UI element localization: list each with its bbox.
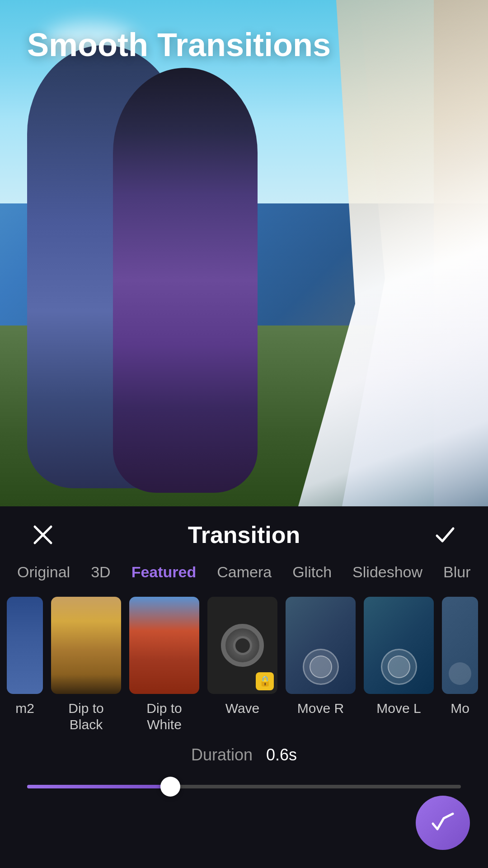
transition-item-wave[interactable]: 🔒 Wave <box>205 597 280 717</box>
transition-label-move-r: Move R <box>297 700 344 717</box>
confirm-button[interactable] <box>429 519 461 551</box>
transition-thumb-move-l <box>364 597 434 694</box>
transition-label-dip-to-black: Dip toBlack <box>68 700 103 733</box>
category-tab-3d[interactable]: 3D <box>83 560 118 585</box>
lock-badge-wave: 🔒 <box>256 672 274 690</box>
transition-label-m2: m2 <box>15 700 34 717</box>
panel-header: Transition <box>0 506 488 556</box>
duration-label: Duration <box>191 745 253 764</box>
person-female <box>113 68 258 493</box>
slider-thumb[interactable] <box>160 777 180 797</box>
transition-item-dip-to-white[interactable]: Dip toWhite <box>127 597 202 733</box>
category-tab-original[interactable]: Original <box>9 560 78 585</box>
transition-label-move-l: Move L <box>376 700 421 717</box>
transition-item-move-r[interactable]: Move R <box>283 597 358 717</box>
category-tab-blur[interactable]: Blur <box>435 560 479 585</box>
transition-thumb-move-r <box>286 597 356 694</box>
transition-item-m2[interactable]: m2 <box>5 597 45 717</box>
panel-title: Transition <box>188 521 300 548</box>
transition-thumb-dip-to-black <box>51 597 121 694</box>
transition-label-dip-to-white: Dip toWhite <box>146 700 182 733</box>
category-tab-shape[interactable]: Sha <box>483 560 488 585</box>
transition-thumb-wave: 🔒 <box>207 597 277 694</box>
preview-area: Smooth Transitions <box>0 0 488 506</box>
slider-fill <box>27 785 170 788</box>
duration-slider-track[interactable] <box>27 785 461 788</box>
duration-value: 0.6s <box>266 745 297 764</box>
done-button[interactable] <box>416 796 470 850</box>
close-icon <box>31 523 55 547</box>
transition-item-move-l[interactable]: Move L <box>361 597 436 717</box>
category-tab-slideshow[interactable]: Slideshow <box>344 560 431 585</box>
checkmark-icon <box>433 523 457 547</box>
transition-label-wave: Wave <box>225 700 260 717</box>
bottom-panel: Transition Original3DFeaturedCameraGlitc… <box>0 506 488 868</box>
category-tab-glitch[interactable]: Glitch <box>284 560 340 585</box>
transition-thumb-dip-to-white <box>129 597 199 694</box>
transition-label-mo: Mo <box>450 700 469 717</box>
duration-row: Duration 0.6s <box>0 737 488 773</box>
transition-item-mo[interactable]: Mo <box>440 597 480 717</box>
done-icon <box>429 809 456 836</box>
transition-item-dip-to-black[interactable]: Dip toBlack <box>49 597 123 733</box>
close-button[interactable] <box>27 519 59 551</box>
category-tab-camera[interactable]: Camera <box>209 560 280 585</box>
preview-title: Smooth Transitions <box>27 27 461 63</box>
category-tabs: Original3DFeaturedCameraGlitchSlideshowB… <box>0 556 488 588</box>
category-tab-featured[interactable]: Featured <box>123 560 205 585</box>
transitions-row: m2 Dip toBlack Dip toWhite <box>0 588 488 737</box>
slider-row[interactable] <box>0 773 488 800</box>
